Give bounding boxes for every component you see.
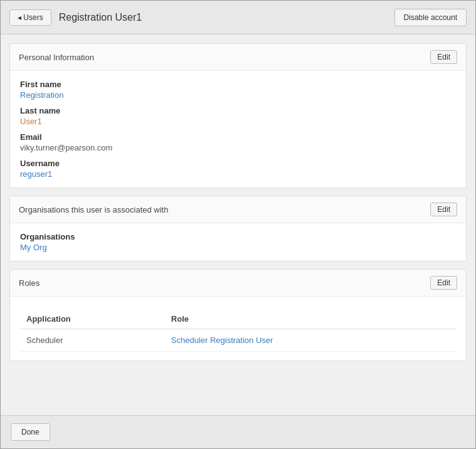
application-cell: Scheduler [20,329,165,352]
role-column-header: Role [165,309,456,329]
organisations-title: Organisations this user is associated wi… [19,205,168,214]
last-name-label: Last name [20,106,456,115]
personal-information-body: First name Registration Last name User1 … [10,71,466,188]
page-container: ◂ Users Registration User1 Disable accou… [0,0,476,449]
organisations-field: Organisations My Org [20,232,456,252]
back-button[interactable]: ◂ Users [9,9,51,26]
role-cell: Scheduler Registration User [165,329,456,352]
personal-information-edit-button[interactable]: Edit [430,50,457,64]
roles-header: Roles Edit [10,270,466,297]
roles-edit-button[interactable]: Edit [430,276,457,290]
first-name-label: First name [20,80,456,89]
page-footer: Done [1,415,475,448]
header-left: ◂ Users Registration User1 [9,9,142,26]
username-label: Username [20,159,456,168]
last-name-field: Last name User1 [20,106,456,126]
roles-body: Application Role Scheduler Scheduler Reg… [10,297,466,361]
page-title: Registration User1 [59,12,142,23]
application-column-header: Application [20,309,165,329]
personal-information-section: Personal Information Edit First name Reg… [9,43,467,188]
roles-title: Roles [19,278,40,288]
table-row: Scheduler Scheduler Registration User [20,329,456,352]
page-header: ◂ Users Registration User1 Disable accou… [1,1,475,34]
personal-information-title: Personal Information [19,53,94,62]
last-name-value: User1 [20,117,456,126]
roles-table: Application Role Scheduler Scheduler Reg… [20,309,456,352]
organisations-header: Organisations this user is associated wi… [10,196,466,223]
done-button[interactable]: Done [11,423,50,441]
username-value: reguser1 [20,169,456,179]
disable-account-button[interactable]: Disable account [394,9,467,26]
email-value: viky.turner@pearson.com [20,143,456,152]
email-label: Email [20,132,456,142]
roles-table-header-row: Application Role [20,309,456,329]
organisations-label: Organisations [20,232,456,241]
organisations-body: Organisations My Org [10,223,466,261]
email-field: Email viky.turner@pearson.com [20,132,456,152]
main-content: Personal Information Edit First name Reg… [1,34,475,415]
first-name-value: Registration [20,90,456,100]
personal-information-header: Personal Information Edit [10,44,466,71]
organisations-section: Organisations this user is associated wi… [9,196,467,261]
organisations-value: My Org [20,243,456,252]
username-field: Username reguser1 [20,159,456,179]
organisations-edit-button[interactable]: Edit [430,203,457,216]
first-name-field: First name Registration [20,80,456,100]
roles-section: Roles Edit Application Role Scheduler Sc [9,269,467,361]
